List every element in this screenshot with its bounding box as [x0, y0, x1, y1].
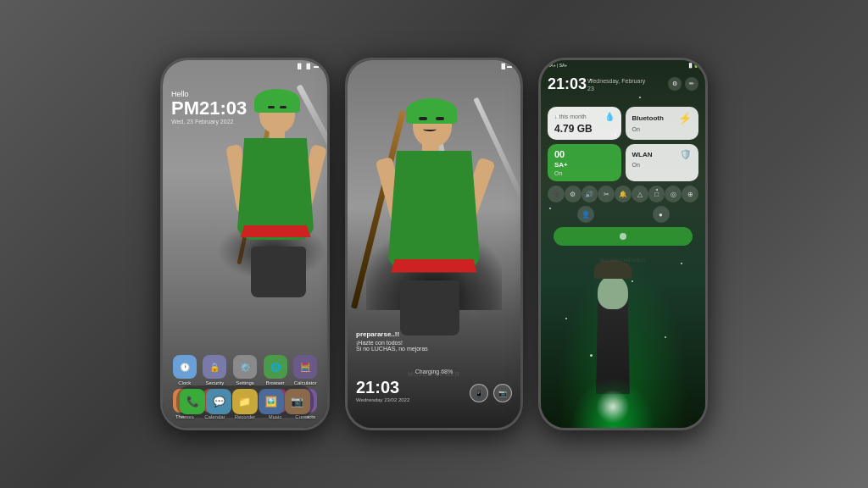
sa-label: SA+: [554, 161, 615, 169]
dock-camera[interactable]: 📷: [285, 389, 310, 414]
edit-icon[interactable]: ⚙: [668, 77, 682, 91]
quick-game-icon[interactable]: ⊕: [682, 186, 698, 202]
signal-icon: ▐▌: [304, 64, 312, 69]
data-drop-icon: 💧: [604, 112, 615, 121]
quick-person-icon[interactable]: 👤: [577, 206, 594, 223]
quick-scissors-icon[interactable]: ✂: [598, 186, 615, 202]
bt-status: On: [632, 126, 693, 132]
quick-sound-icon[interactable]: 🔊: [581, 186, 598, 202]
app-settings[interactable]: ⚙️ Settings: [230, 355, 260, 385]
sa-plus-tile[interactable]: 00 SA+ On: [548, 144, 621, 181]
phone1: ▐▌ ▐▌ ▬: [160, 58, 330, 430]
quote-line3: Si no LUCHAS, no mejoras: [356, 346, 428, 352]
phone2-character: [383, 98, 485, 336]
bt-tile-header: Bluetooth ⚡: [632, 112, 693, 125]
lock-btn-whatsapp[interactable]: 📱: [470, 384, 488, 402]
p3-status-icons: ▐▌🔋: [687, 63, 698, 68]
lock-btn-camera[interactable]: 📷: [493, 384, 512, 402]
quick-target-icon[interactable]: ◎: [665, 186, 682, 202]
quote-line2: ¡Hazte con todos!: [356, 340, 428, 346]
app-row-1: 🕐 Clock 🔒 Security ⚙️ Settings 🌐 Browser: [170, 355, 320, 385]
wlan-status: On: [632, 162, 693, 168]
dock-gallery[interactable]: 🖼️: [259, 389, 284, 414]
quick-bell-icon[interactable]: 🔔: [615, 186, 632, 202]
p3-carrier: SA+ | SA+: [548, 63, 567, 68]
wlan-label: WLAN: [632, 151, 653, 158]
shield-icon: 🛡️: [680, 149, 692, 160]
phone2-screen: ▐▌▬: [348, 60, 520, 428]
time-display: PM21:03: [171, 98, 247, 119]
lock-time: 21:03: [356, 378, 409, 397]
app-clock[interactable]: 🕐 Clock: [170, 355, 200, 385]
quick-gear-icon[interactable]: ⚙: [565, 186, 581, 202]
charging-text: Charging 68%: [356, 369, 512, 374]
data-usage-tile[interactable]: ↓ this month 💧 4.79 GB: [548, 107, 621, 140]
quote-line1: prepararse..!!: [356, 330, 428, 338]
p3-icons: ▐▌🔋: [687, 63, 698, 68]
p3-character: [579, 258, 647, 428]
p3-date-line2: 23: [587, 86, 594, 92]
bluetooth-tile[interactable]: Bluetooth ⚡ On: [626, 107, 699, 140]
phone2-quote: prepararse..!! ¡Hazte con todos! Si no L…: [356, 330, 428, 352]
p3-date-line1: Wednesday, February: [587, 78, 645, 84]
data-value: 4.79 GB: [554, 123, 615, 135]
date-display: Wed, 23 February 2022: [171, 119, 247, 125]
dock-phone[interactable]: 📞: [180, 389, 205, 414]
wlan-tile[interactable]: WLAN 🛡️ On: [626, 144, 699, 181]
p2-wifi-icon: ▐▌▬: [499, 64, 512, 69]
sa-icon: 00: [554, 149, 565, 159]
p3-date: Wednesday, February 23: [587, 77, 645, 92]
lock-time-row: 21:03 Wednesday 23/02 2022 📱 📷: [356, 378, 512, 402]
battery-icon: ▬: [314, 64, 319, 69]
quick-triangle-icon[interactable]: △: [632, 186, 648, 202]
app-security[interactable]: 🔒 Security: [200, 355, 231, 385]
data-tile-month-label: ↓ this month: [554, 114, 587, 119]
search-indicator: [620, 233, 626, 240]
pencil-icon[interactable]: ✏: [685, 77, 698, 91]
wifi-icon: ▐▌: [296, 64, 303, 69]
bt-label: Bluetooth: [632, 114, 664, 122]
phone2-anime-figure: [364, 73, 504, 360]
dock-files[interactable]: 📁: [232, 389, 258, 414]
phone1-status-bar: ▐▌ ▐▌ ▬: [163, 60, 327, 72]
search-bar[interactable]: [554, 227, 693, 246]
phone2-lock-bar: Charging 68% 21:03 Wednesday 23/02 2022 …: [356, 369, 512, 402]
app-grid: 🕐 Clock 🔒 Security ⚙️ Settings 🌐 Browser: [170, 355, 320, 419]
phone1-time-display: Hello PM21:03 Wed, 23 February 2022: [171, 90, 247, 125]
phone3-wrapper: SA+ | SA+ ▐▌🔋 21:03 Wednesday, February …: [538, 58, 708, 430]
phone3-watermark: MCJUITHEMER: [541, 258, 705, 263]
bluetooth-icon: ⚡: [678, 112, 692, 125]
lock-date: Wednesday 23/02 2022: [356, 397, 409, 402]
phone1-screen: ▐▌ ▐▌ ▬: [163, 60, 327, 428]
quick-square-icon[interactable]: □: [648, 186, 665, 202]
header-action-icons: ⚙ ✏: [668, 77, 698, 91]
quick-video-icon[interactable]: 🎥: [548, 186, 565, 202]
sa-tile-header: 00: [554, 149, 615, 159]
phone1-wrapper: ▐▌ ▐▌ ▬: [160, 58, 330, 430]
lock-buttons: 📱 📷: [470, 384, 512, 402]
wlan-tile-header: WLAN 🛡️: [632, 149, 693, 160]
phone3-status-bar: SA+ | SA+ ▐▌🔋: [541, 60, 705, 70]
app-browser[interactable]: 🌐 Browser: [260, 355, 291, 385]
app-calculator[interactable]: 🧮 Calculator: [290, 355, 320, 385]
lock-time-group: 21:03 Wednesday 23/02 2022: [356, 378, 409, 402]
app-dock: 📞 💬 📁 🖼️ 📷: [176, 385, 314, 418]
control-tiles: ↓ this month 💧 4.79 GB Bluetooth ⚡ On: [548, 107, 698, 181]
quick-icons-row2: 👤 ●: [548, 206, 698, 223]
status-icons: ▐▌ ▐▌ ▬: [296, 64, 319, 69]
phone3-screen: SA+ | SA+ ▐▌🔋 21:03 Wednesday, February …: [541, 60, 705, 428]
phone3: SA+ | SA+ ▐▌🔋 21:03 Wednesday, February …: [538, 58, 708, 430]
phone3-anime-figure: [558, 241, 688, 428]
p2-status-icons: ▐▌▬: [499, 64, 512, 69]
quick-icons-row: 🎥 ⚙ 🔊 ✂ 🔔 △ □ ◎ ⊕: [548, 186, 698, 202]
phone2-wrapper: ▐▌▬: [345, 58, 523, 430]
p3-time: 21:03: [548, 75, 587, 93]
phone2-status-bar: ▐▌▬: [348, 60, 520, 72]
data-tile-header: ↓ this month 💧: [554, 112, 615, 121]
sa-status: On: [554, 170, 615, 176]
quick-dot-icon[interactable]: ●: [653, 206, 670, 223]
phone2: ▐▌▬: [345, 58, 523, 430]
dock-messages[interactable]: 💬: [206, 389, 231, 414]
